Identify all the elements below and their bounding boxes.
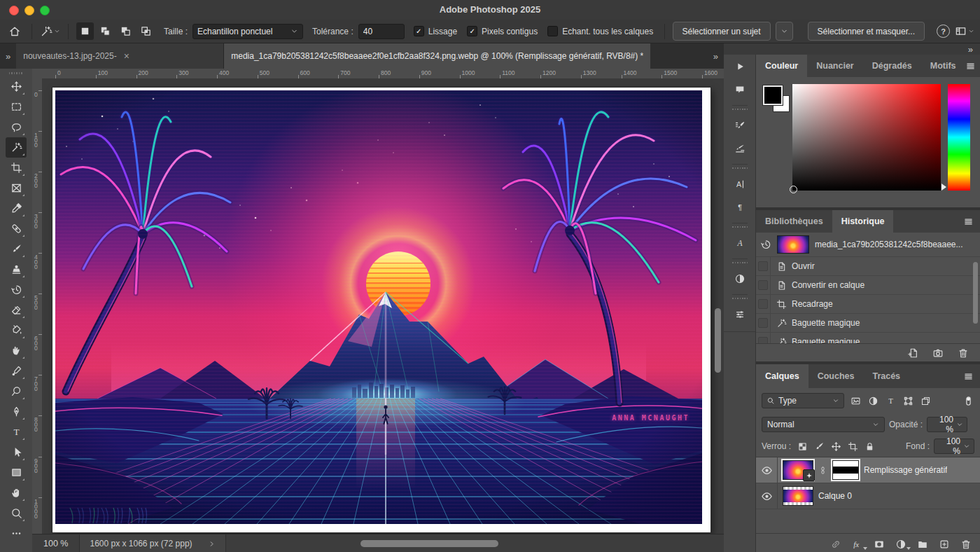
add-to-selection-button[interactable] [97,22,114,40]
tool-edit-toolbar[interactable] [6,523,27,544]
tool-eyedropper[interactable] [6,198,27,219]
tab-bibliotheques[interactable]: Bibliothèques [756,210,832,233]
checkbox-echant-tous-les-calques[interactable]: Echant. tous les calques [547,26,653,36]
tab-inactive-document[interactable]: -2025-nouveautes-13.jpg × [16,43,224,69]
document-image[interactable]: ANNA MCNAUGHT [52,88,710,532]
collapsed-panel-brushes[interactable] [724,137,756,160]
collapsed-panel-actions[interactable] [724,55,756,78]
tab-historique[interactable]: Historique [832,210,894,233]
tool-smudge[interactable] [6,340,27,361]
panel-group-grip[interactable] [732,105,748,111]
tab-overflow-left[interactable]: » [0,43,16,69]
collapsed-panel-paragraph[interactable]: ¶ [724,195,756,219]
filter-adjustment-layers[interactable] [868,396,878,406]
ruler-corner[interactable] [32,69,43,79]
layer-thumbnail[interactable] [783,460,813,480]
opacity-field[interactable]: 100 % [927,417,967,432]
select-and-mask-button[interactable]: Sélectionner et masquer... [808,22,925,41]
tab-motifs[interactable]: Motifs [921,55,965,77]
layer-thumbnail[interactable] [783,486,813,506]
filter-smart-objects[interactable] [920,396,931,406]
checkbox-pixels-contigus[interactable]: Pixels contigus [467,26,538,36]
delete-state-button[interactable] [958,347,969,359]
tool-dodge[interactable] [6,381,27,401]
tab-active-document[interactable]: media_1ca79b205381242c5f8beaaee2f0e1cfb2… [224,43,650,69]
tool-eraser[interactable] [6,300,27,320]
history-source-checkbox[interactable] [756,314,771,332]
history-source-checkbox[interactable] [756,333,771,343]
new-group-button[interactable] [917,539,928,550]
panel-group-grip[interactable] [732,164,748,170]
help-button[interactable]: ? [937,25,950,38]
checkbox-box[interactable] [414,26,424,36]
tool-mixer-brush[interactable] [6,361,27,381]
history-panel-menu[interactable] [963,210,980,233]
panel-group-grip[interactable] [732,294,748,300]
canvas-horizontal-scrollbar[interactable] [360,540,498,547]
snapshot-thumbnail[interactable] [777,235,809,254]
tool-frame[interactable] [6,178,27,198]
layer-filter-select[interactable]: Type [762,393,844,408]
history-snapshot-row[interactable]: media_1ca79b205381242c5f8beaaee... [756,233,980,257]
new-snapshot-button[interactable] [932,347,944,359]
subtract-from-selection-button[interactable] [117,22,134,40]
tool-history-brush[interactable] [6,280,27,300]
tool-rectangle[interactable] [6,462,27,483]
collapsed-panel-glyphs[interactable]: A [724,231,756,254]
delete-layer-button[interactable] [960,539,972,550]
tab-traces[interactable]: Tracés [863,364,909,388]
history-state-3[interactable]: Baguette magique [756,314,980,333]
history-state-4[interactable]: Baguette magique [756,333,980,343]
history-state-1[interactable]: Convertir en calque [756,276,980,295]
color-panel-menu[interactable] [965,55,980,77]
layer-visibility-toggle[interactable] [756,457,778,483]
filter-toggle[interactable] [962,395,974,407]
checkbox-lissage[interactable]: Lissage [414,26,457,36]
layer-name[interactable]: Remplissage génératif [864,465,947,475]
toolbar-grip[interactable] [9,72,23,74]
lock-position[interactable] [831,441,841,452]
new-layer-button[interactable] [939,539,950,550]
history-state-2[interactable]: Recadrage [756,295,980,314]
tab-close-button[interactable]: × [124,51,130,61]
tool-brush[interactable] [6,239,27,259]
canvas-vertical-scrollbar[interactable] [715,308,721,373]
new-document-from-state-button[interactable] [907,347,918,359]
tool-zoom[interactable] [6,503,27,523]
zoom-level-field[interactable]: 100 % [43,539,68,548]
tool-type[interactable]: T [6,422,27,442]
tool-preset-picker[interactable] [40,22,60,41]
panel-group-grip[interactable] [732,223,748,228]
tab-couches[interactable]: Couches [808,364,864,388]
tab-couleur[interactable]: Couleur [756,55,807,77]
tool-spot-healing[interactable] [6,219,27,239]
checkbox-box[interactable] [467,26,477,36]
document-info[interactable]: 1600 px x 1066 px (72 ppp) [79,534,225,552]
intersect-selection-button[interactable] [137,22,155,40]
tab-calques[interactable]: Calques [756,364,808,388]
tool-paint-bucket[interactable] [6,320,27,340]
workspace-switcher[interactable] [955,22,974,41]
layer-row-generative-fill[interactable]: Remplissage génératif [756,457,980,483]
lock-all[interactable] [864,441,875,452]
history-state-0[interactable]: Ouvrir [756,257,980,276]
sample-size-select[interactable]: Echantillon ponctuel [192,24,303,39]
add-layer-mask-button[interactable] [874,539,885,550]
history-source-checkbox[interactable] [756,257,771,275]
new-selection-button[interactable] [76,22,94,40]
layer-row-calque-0[interactable]: Calque 0 [756,483,980,509]
color-field-selector[interactable] [790,186,797,193]
home-button[interactable] [6,22,24,41]
tool-pen[interactable] [6,401,27,422]
tool-move[interactable] [6,76,27,97]
layer-visibility-toggle[interactable] [756,483,778,509]
lock-pixels[interactable] [814,441,825,452]
tab-degrades[interactable]: Dégradés [863,55,921,77]
new-adjustment-layer-button[interactable] [895,539,906,550]
collapsed-panel-properties[interactable] [724,303,756,326]
tool-hand[interactable] [6,483,27,503]
tool-clone-stamp[interactable] [6,259,27,280]
mask-link-icon[interactable] [818,466,827,475]
filter-pixel-layers[interactable] [850,396,861,406]
hue-pointer[interactable] [941,184,946,191]
